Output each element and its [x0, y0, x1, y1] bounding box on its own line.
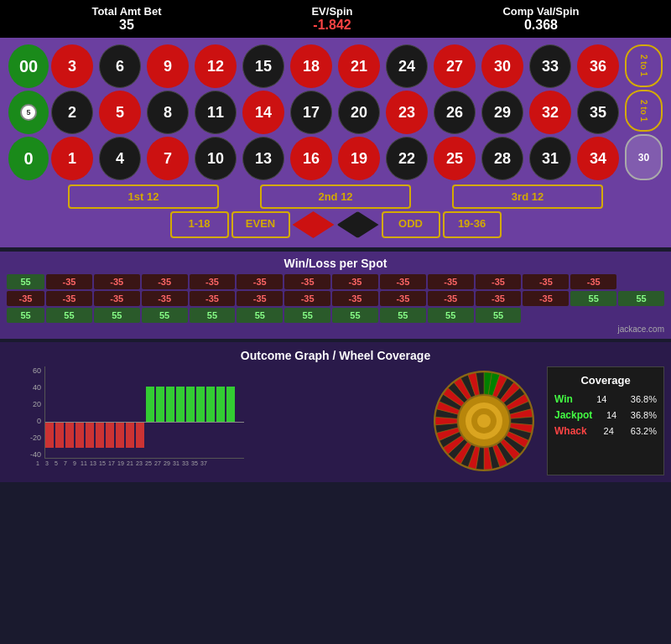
wl-cell-1-6: -35: [237, 291, 283, 306]
bar-27: [176, 387, 185, 422]
second-dozen[interactable]: 2nd 12: [260, 184, 411, 209]
bar-21: [146, 387, 154, 422]
number-14[interactable]: 14: [242, 91, 284, 134]
number-28[interactable]: 28: [481, 137, 523, 180]
number-33[interactable]: 33: [529, 44, 571, 88]
ev-spin-section: EV/Spin -1.842: [311, 5, 352, 33]
number-7[interactable]: 7: [147, 137, 189, 180]
number-30[interactable]: 30: [481, 44, 523, 88]
coverage-whack-row: Whack 24 63.2%: [554, 425, 657, 437]
number-15[interactable]: 15: [242, 44, 284, 88]
number-16[interactable]: 16: [290, 137, 332, 180]
number-20[interactable]: 20: [338, 91, 380, 134]
coverage-title: Coverage: [554, 374, 657, 387]
bet-1-18[interactable]: 1-18: [170, 211, 229, 238]
payout-2to1-mid[interactable]: 2 to 1: [625, 90, 663, 132]
number-9[interactable]: 9: [147, 44, 189, 88]
wheel: [429, 366, 538, 475]
coverage-jackpot-pct: 36.8%: [631, 410, 657, 420]
winloss-title: Win/Loss per Spot: [7, 257, 664, 270]
wl-cell-1-3: -35: [94, 291, 140, 306]
number-29[interactable]: 29: [481, 91, 523, 134]
stats-header: Total Amt Bet 35 EV/Spin -1.842 Comp Val…: [0, 0, 671, 38]
coverage-whack-label: Whack: [554, 425, 587, 437]
number-24[interactable]: 24: [386, 44, 428, 88]
wl-cell-1-12: -35: [523, 291, 569, 306]
number-21[interactable]: 21: [338, 44, 380, 88]
number-8[interactable]: 8: [147, 91, 189, 134]
payout-2to1-top[interactable]: 2 to 1: [625, 44, 663, 87]
bar-35: [216, 387, 225, 422]
numbers-grid: 3691215182124273033362581114172023262932…: [51, 44, 622, 180]
wl-cell-0-0: 55: [7, 274, 44, 289]
outside-bets-row: 1-18 EVEN ODD 19-36: [8, 211, 663, 238]
bet-even[interactable]: EVEN: [231, 211, 290, 238]
bar-29: [186, 387, 195, 422]
bet-black-diamond[interactable]: [337, 211, 379, 238]
wheel-svg: [429, 366, 538, 475]
wl-cell-1-2: -35: [46, 291, 92, 306]
bar-23: [156, 387, 164, 422]
wl-cell-0-10: -35: [476, 274, 522, 289]
coverage-whack-pct: 63.2%: [631, 426, 657, 436]
third-dozen[interactable]: 3rd 12: [452, 184, 603, 209]
zero-cell[interactable]: 0: [8, 137, 49, 180]
bar-19: [136, 422, 144, 448]
coverage-win-row: Win 14 36.8%: [554, 393, 657, 405]
wl-cell-0-2: -35: [94, 274, 140, 289]
number-23[interactable]: 23: [386, 91, 428, 134]
number-5[interactable]: 5: [99, 91, 141, 134]
number-3[interactable]: 3: [51, 44, 93, 88]
number-2[interactable]: 2: [51, 91, 93, 134]
wl-cell-2-2: 55: [7, 308, 44, 323]
double-zero[interactable]: 00: [8, 44, 49, 88]
bar-chart: 60 40 20 0 -20 -40 135791113151719212325…: [7, 366, 421, 467]
number-6[interactable]: 6: [99, 44, 141, 88]
bar-9: [86, 422, 94, 448]
coverage-whack-count: 24: [604, 426, 614, 436]
number-27[interactable]: 27: [434, 44, 476, 88]
wl-cell-0-11: -35: [523, 274, 569, 289]
number-1[interactable]: 1: [51, 137, 93, 180]
number-26[interactable]: 26: [434, 91, 476, 134]
graph-title: Outcome Graph / Wheel Coverage: [7, 349, 664, 362]
wl-cell-2-3: 55: [46, 308, 92, 323]
number-13[interactable]: 13: [242, 137, 284, 180]
payout-column: 2 to 1 2 to 1 30: [625, 44, 663, 180]
number-31[interactable]: 31: [529, 137, 571, 180]
number-36[interactable]: 36: [577, 44, 619, 88]
number-17[interactable]: 17: [290, 91, 332, 134]
wl-cell-2-5: 55: [142, 308, 188, 323]
wl-cell-2-1: 55: [618, 291, 664, 306]
number-32[interactable]: 32: [529, 91, 571, 134]
number-4[interactable]: 4: [99, 137, 141, 180]
bet-red-diamond[interactable]: [293, 211, 335, 238]
graph-section: Outcome Graph / Wheel Coverage 60 40 20 …: [0, 342, 671, 482]
coverage-win-count: 14: [596, 394, 606, 404]
wl-cell-0-5: -35: [237, 274, 283, 289]
number-11[interactable]: 11: [195, 91, 237, 134]
comp-val-label: Comp Val/Spin: [502, 5, 579, 18]
bet-19-36[interactable]: 19-36: [443, 211, 502, 238]
ev-spin-value: -1.842: [311, 18, 352, 33]
number-10[interactable]: 10: [195, 137, 237, 180]
wl-cell-0-1: -35: [46, 274, 92, 289]
number-25[interactable]: 25: [434, 137, 476, 180]
svg-point-4: [477, 414, 491, 428]
number-34[interactable]: 34: [577, 137, 619, 180]
wl-cell-2-12: 55: [476, 308, 522, 323]
wl-cell-2-10: 55: [380, 308, 426, 323]
total-amt-label: Total Amt Bet: [91, 5, 161, 18]
first-dozen[interactable]: 1st 12: [68, 184, 219, 209]
graph-content: 60 40 20 0 -20 -40 135791113151719212325…: [7, 366, 664, 475]
payout-30[interactable]: 30: [625, 134, 663, 180]
five-cell[interactable]: 5: [8, 91, 49, 134]
bet-odd[interactable]: ODD: [382, 211, 440, 238]
number-12[interactable]: 12: [195, 44, 237, 88]
zero-column: 00 5 0: [8, 44, 49, 180]
number-19[interactable]: 19: [338, 137, 380, 180]
number-35[interactable]: 35: [577, 91, 619, 134]
number-18[interactable]: 18: [290, 44, 332, 88]
number-22[interactable]: 22: [386, 137, 428, 180]
bar-17: [126, 422, 134, 448]
